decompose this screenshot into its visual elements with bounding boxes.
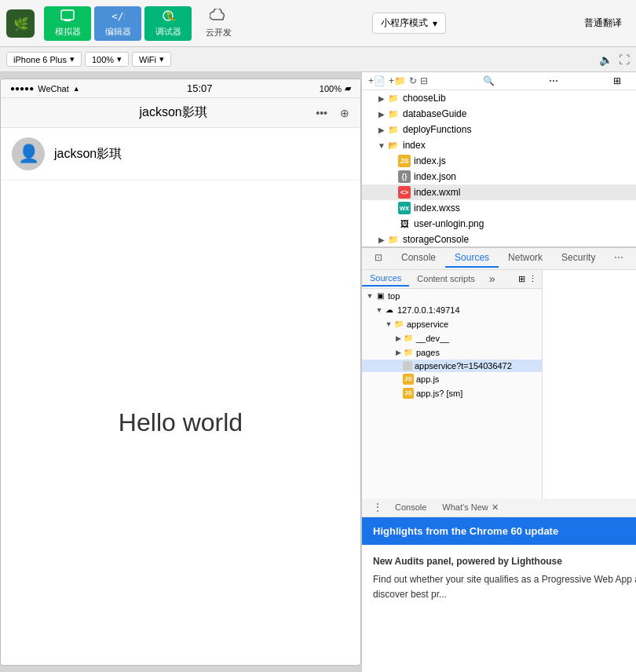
panel-tabs: ⊡ Console Sources Network Security ⋯ ⚙ ⊞ — [362, 248, 636, 270]
sources-sub-tabs: Sources Content scripts » ⊞ ⋮ — [362, 270, 542, 289]
whats-new-close-icon[interactable]: ✕ — [492, 502, 499, 513]
tree-search-icon[interactable]: 🔍 — [483, 75, 495, 86]
sources-toggle-icon: ▶ — [393, 334, 403, 342]
battery-percent: 100% — [320, 84, 342, 93]
sources-tree-item[interactable]: JSapp.js — [362, 372, 542, 386]
app-name: WeChat — [38, 84, 69, 93]
tree-item[interactable]: 🖼user-unlogin.png — [362, 216, 636, 232]
tree-item[interactable]: JSindex.js — [362, 153, 636, 169]
tree-item-name: chooseLib — [403, 93, 446, 104]
mode-label: 小程序模式 — [381, 16, 428, 30]
tree-item[interactable]: wxindex.wxss — [362, 200, 636, 216]
tree-more-icon[interactable]: ⋯ — [549, 75, 558, 86]
sources-item-label: __dev__ — [416, 334, 449, 343]
avatar-icon: 👤 — [18, 144, 39, 164]
sources-menu-icon[interactable]: ⋮ — [528, 274, 537, 284]
sources-tree-item[interactable]: appservice?t=154036472 — [362, 360, 542, 372]
sources-tree-item[interactable]: ▼📁appservice — [362, 317, 542, 331]
hello-world-area: Hello world — [1, 181, 360, 665]
console-tabs-bar: ⋮ Console What's New ✕ — [362, 499, 636, 517]
add-folder-icon[interactable]: +📁 — [389, 75, 406, 86]
add-file-icon[interactable]: +📄 — [368, 75, 386, 86]
devtools-panel: +📄 +📁 ↻ ⊟ 🔍 ⋯ ⊞ ⚙ ▶📁chooseLib▶📁databaseG… — [361, 72, 636, 672]
sources-sync-icon[interactable]: ⊞ — [518, 274, 525, 284]
volume-icon[interactable]: 🔈 — [599, 53, 612, 66]
tree-layout-icon[interactable]: ⊞ — [613, 75, 621, 86]
sources-file-icon — [403, 361, 412, 371]
network-selector[interactable]: WiFi ▾ — [132, 52, 171, 67]
svg-rect-3 — [64, 20, 71, 21]
tree-item-name: databaseGuide — [403, 108, 466, 119]
sources-tab-sources[interactable]: Sources — [362, 271, 409, 287]
simulator-button[interactable]: 模拟器 — [44, 6, 91, 41]
tree-item[interactable]: ▶📁databaseGuide — [362, 106, 636, 122]
more-icon[interactable]: ••• — [316, 107, 327, 119]
png-icon: 🖼 — [398, 217, 411, 230]
tree-item[interactable]: <>index.wxml — [362, 184, 636, 200]
tree-item[interactable]: ▶📁deployFunctions — [362, 122, 636, 137]
tab-network[interactable]: Network — [499, 249, 552, 268]
sources-toggle-icon: ▼ — [365, 292, 375, 300]
sources-tree-item[interactable]: ▼▣top — [362, 289, 542, 303]
tab-security[interactable]: Security — [552, 249, 605, 268]
video-icon[interactable]: ⊕ — [340, 107, 349, 119]
sources-toggle-icon: ▼ — [384, 320, 393, 328]
translate-button[interactable]: 普通翻译 — [576, 13, 630, 33]
tree-item-name: deployFunctions — [403, 124, 471, 135]
network-type: WiFi — [139, 55, 156, 64]
tree-item[interactable]: ▶📁storageConsole — [362, 232, 636, 247]
editor-button[interactable]: </> 编辑器 — [94, 6, 141, 41]
status-left: ●●●●● WeChat ▲ — [10, 84, 80, 93]
cloud-button[interactable]: 云开发 — [195, 5, 242, 42]
tree-item[interactable]: {}index.json — [362, 169, 636, 184]
main-toolbar: 🌿 模拟器 </> 编辑器 🐛 调试器 云开发 小程序模式 ▾ 普通翻译 — [0, 0, 636, 47]
wxss-icon: wx — [398, 202, 411, 214]
sources-more-icon[interactable]: » — [483, 270, 502, 287]
sources-tree-item[interactable]: ▶📁pages — [362, 345, 542, 360]
svg-text:🌿: 🌿 — [13, 16, 29, 31]
tree-toggle-icon: ▶ — [376, 110, 387, 119]
sources-tree-item[interactable]: JSapp.js? [sm] — [362, 386, 542, 400]
sources-tree-item[interactable]: ▼☁127.0.0.1:49714 — [362, 303, 542, 317]
tree-item-name: index.js — [414, 155, 446, 166]
json-icon: {} — [398, 170, 411, 183]
tree-item[interactable]: ▼📂index — [362, 137, 636, 153]
console-tab-dots[interactable]: ⋮ — [368, 499, 387, 515]
console-content: New Audits panel, powered by Lighthouse … — [362, 545, 636, 673]
console-tab-console[interactable]: Console — [387, 500, 434, 514]
cloud-icon — [210, 9, 227, 25]
editor-icon: </> — [111, 9, 125, 24]
fullscreen-icon[interactable]: ⛶ — [619, 53, 630, 66]
cloud-label: 云开发 — [206, 27, 232, 38]
refresh-icon[interactable]: ↻ — [409, 75, 417, 86]
sources-item-label: app.js? [sm] — [416, 389, 462, 398]
sources-item-label: pages — [416, 348, 440, 357]
console-tab-whats-new[interactable]: What's New ✕ — [434, 500, 506, 515]
folder-icon: 📁 — [387, 108, 400, 120]
sources-server-icon: ☁ — [384, 305, 395, 316]
devtools-bottom-panel: ⊡ Console Sources Network Security ⋯ ⚙ ⊞… — [362, 247, 636, 499]
zoom-selector[interactable]: 100% ▾ — [85, 52, 129, 67]
sources-tab-content-scripts[interactable]: Content scripts — [409, 272, 482, 286]
mode-selector[interactable]: 小程序模式 ▾ — [372, 13, 446, 34]
device-selector[interactable]: iPhone 6 Plus ▾ — [6, 52, 82, 67]
sources-toggle-icon: ▶ — [393, 349, 403, 356]
tab-console[interactable]: Console — [392, 249, 445, 268]
tree-toggle-icon: ▶ — [376, 94, 387, 103]
chat-name: jackson影琪 — [54, 146, 122, 163]
sources-actions: ⊞ ⋮ — [514, 272, 542, 287]
tab-sources[interactable]: Sources — [445, 249, 499, 268]
tree-item[interactable]: ▶📁chooseLib — [362, 90, 636, 106]
sources-tree-item[interactable]: ▶📁__dev__ — [362, 331, 542, 345]
panel-settings-icon[interactable]: ⚙ — [633, 249, 636, 268]
avatar: 👤 — [12, 137, 45, 170]
file-tree-items: ▶📁chooseLib▶📁databaseGuide▶📁deployFuncti… — [362, 90, 636, 247]
collapse-icon[interactable]: ⊟ — [420, 75, 428, 86]
tab-pointer[interactable]: ⊡ — [365, 249, 392, 268]
panel-more-icon[interactable]: ⋯ — [605, 249, 633, 268]
console-bottom: ⋮ Console What's New ✕ Highlights from t… — [362, 499, 636, 673]
sources-root-icon: ▣ — [375, 290, 386, 301]
debugger-button[interactable]: 🐛 调试器 — [144, 6, 192, 41]
network-chevron-icon: ▾ — [159, 54, 164, 64]
tree-toggle-icon: ▶ — [376, 236, 387, 244]
